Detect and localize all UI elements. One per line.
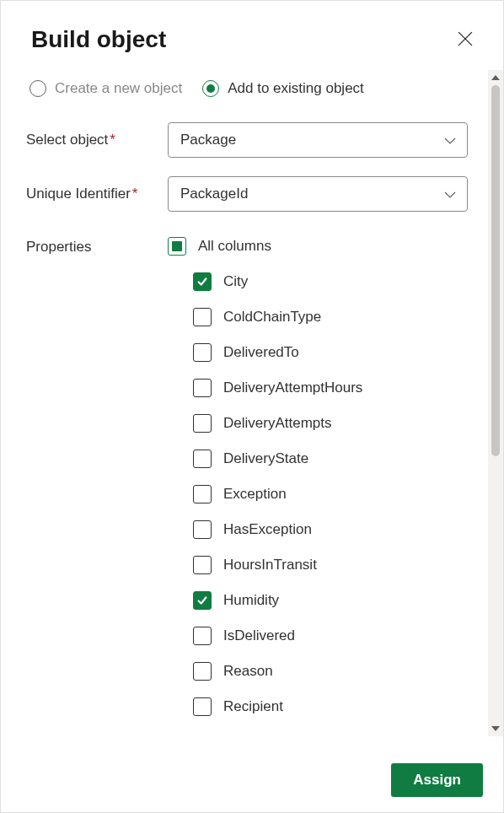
checkbox-icon: [193, 272, 212, 291]
radio-icon: [202, 80, 219, 97]
checkbox-property[interactable]: DeliveryAttemptHours: [193, 379, 483, 397]
dialog-title: Build object: [31, 26, 166, 53]
checkbox-icon: [193, 308, 212, 326]
checkbox-icon: [193, 591, 212, 610]
checkbox-label: DeliveryAttemptHours: [223, 380, 362, 396]
checkbox-property[interactable]: Recipient: [193, 697, 483, 716]
scrollbar[interactable]: [488, 70, 503, 736]
checkbox-icon: [193, 485, 212, 503]
checkbox-icon: [193, 343, 212, 362]
checkbox-icon: [193, 450, 212, 468]
checkbox-icon: [193, 697, 212, 716]
close-icon: [458, 31, 473, 46]
checkbox-property[interactable]: Exception: [193, 485, 483, 503]
scroll-thumb[interactable]: [491, 85, 500, 456]
checkbox-icon: [193, 414, 212, 433]
checkbox-label: All columns: [198, 238, 271, 255]
svg-marker-3: [491, 726, 500, 731]
unique-identifier-dropdown[interactable]: PackageId: [168, 176, 468, 212]
checkbox-property[interactable]: DeliveryState: [193, 450, 483, 468]
checkbox-property[interactable]: HasException: [193, 520, 483, 539]
checkbox-property[interactable]: IsDelivered: [193, 627, 483, 645]
checkbox-label: Reason: [223, 663, 273, 680]
radio-create-new[interactable]: Create a new object: [29, 80, 182, 97]
checkbox-icon: [168, 237, 186, 256]
properties-label: Properties: [26, 237, 168, 733]
scroll-up-arrow-icon[interactable]: [488, 70, 503, 85]
checkbox-property[interactable]: ColdChainType: [193, 308, 483, 326]
select-object-label: Select object*: [26, 132, 168, 148]
checkbox-icon: [193, 627, 212, 645]
select-object-dropdown[interactable]: Package: [168, 122, 468, 158]
checkbox-icon: [193, 520, 212, 539]
checkbox-label: Humidity: [223, 592, 279, 609]
checkbox-label: ColdChainType: [223, 309, 321, 326]
radio-label-add: Add to existing object: [228, 80, 364, 97]
mode-radio-group: Create a new object Add to existing obje…: [24, 70, 483, 122]
radio-label-create: Create a new object: [55, 80, 182, 97]
checkbox-label: DeliveredTo: [223, 344, 299, 361]
checkbox-label: DeliveryState: [223, 450, 308, 467]
checkbox-property[interactable]: City: [193, 272, 483, 291]
checkbox-property[interactable]: Reason: [193, 662, 483, 681]
checkbox-label: HasException: [223, 521, 312, 538]
checkbox-icon: [193, 556, 212, 574]
checkbox-label: Recipient: [223, 698, 283, 715]
radio-add-existing[interactable]: Add to existing object: [202, 80, 364, 97]
radio-icon: [29, 80, 46, 97]
checkbox-property[interactable]: DeliveryAttempts: [193, 414, 483, 433]
unique-identifier-label: Unique Identifier*: [26, 186, 168, 202]
properties-checkbox-list: All columns CityColdChainTypeDeliveredTo…: [168, 237, 483, 733]
checkbox-property[interactable]: Humidity: [193, 591, 483, 610]
checkbox-label: IsDelivered: [223, 627, 295, 644]
checkbox-label: City: [223, 273, 248, 290]
svg-marker-2: [491, 75, 500, 80]
checkbox-label: DeliveryAttempts: [223, 415, 331, 432]
close-button[interactable]: [454, 28, 476, 52]
checkbox-icon: [193, 379, 212, 397]
checkbox-property[interactable]: DeliveredTo: [193, 343, 483, 362]
checkbox-property[interactable]: HoursInTransit: [193, 556, 483, 574]
checkbox-label: Exception: [223, 486, 287, 503]
assign-button[interactable]: Assign: [391, 763, 483, 797]
scroll-down-arrow-icon[interactable]: [488, 721, 503, 736]
checkbox-icon: [193, 662, 212, 681]
checkbox-all-columns[interactable]: All columns: [168, 237, 483, 256]
checkbox-label: HoursInTransit: [223, 557, 317, 573]
